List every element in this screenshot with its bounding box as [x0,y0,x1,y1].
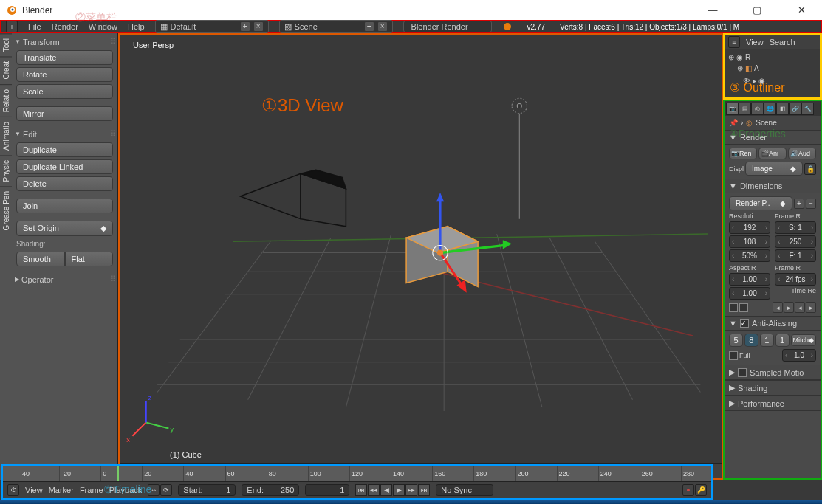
autokey-icon[interactable]: ● [682,484,694,496]
smooth-button[interactable]: Smooth [16,252,65,266]
add-scene-button[interactable]: + [364,21,374,32]
display-mode-dropdown[interactable]: Image◆ [745,162,803,176]
aa-filter-dropdown[interactable]: Mitch◆ [791,334,817,346]
menu-render[interactable]: Render [52,22,78,31]
border-check[interactable] [729,303,738,312]
set-origin-dropdown[interactable]: Set Origin◆ [16,221,113,236]
aa-11[interactable]: 1 [760,334,774,347]
tl-menu-frame[interactable]: Frame [80,486,103,494]
render-engine-selector[interactable]: Blender Render [403,21,492,32]
remove-preset-button[interactable]: − [806,199,816,209]
menu-help[interactable]: Help [128,22,145,31]
outliner-menu-search[interactable]: Search [770,38,795,46]
current-frame-field[interactable]: 1 [305,484,349,496]
outliner-editor-icon[interactable]: ≡ [728,36,740,48]
render-audio-button[interactable]: 🔊Aud [788,148,816,159]
res-pct-field[interactable]: 50% [729,249,770,262]
render-button[interactable]: 📷Ren [729,148,757,159]
ptab-layers[interactable]: ▤ [739,103,751,115]
ptab-modifiers[interactable]: 🔧 [801,103,814,115]
start-frame-field[interactable]: Start:1 [178,484,236,496]
render-anim-button[interactable]: 🎬Ani [758,148,787,159]
full-sample-check[interactable] [729,351,738,360]
keying-icon[interactable]: 🔑 [695,484,707,496]
frame-start-field[interactable]: S: 1 [775,221,816,234]
pin-icon[interactable]: 📌 [729,119,738,127]
frame-end-field[interactable]: 250 [775,235,816,248]
add-preset-button[interactable]: + [794,199,804,209]
ptab-render[interactable]: 📷 [726,103,739,115]
join-button[interactable]: Join [16,199,113,213]
close-button[interactable]: ✕ [787,1,816,19]
operator-panel-header[interactable]: ▶Operator⠿ [13,272,116,286]
performance-header[interactable]: ▶Performance [725,396,821,411]
res-y-field[interactable]: 108 [729,235,770,248]
tl-menu-view[interactable]: View [25,486,43,494]
vtab-grease[interactable]: Grease Pen [0,186,12,235]
scene-selector[interactable]: ▧ Scene + × [279,20,393,33]
tl-follow-icon[interactable]: ⟳ [160,484,172,496]
end-frame-field[interactable]: End:250 [242,484,299,496]
timeline-ruler[interactable]: -40-200204060801001201401601802002202402… [3,466,711,482]
frame-step-field[interactable]: F: 1 [775,249,816,262]
duplicate-linked-button[interactable]: Duplicate Linked [16,159,113,174]
keyframe-next-button[interactable]: ▸▸ [405,484,417,496]
jump-end-button[interactable]: ⏭ [418,484,430,496]
outliner-menu-view[interactable]: View [746,38,764,46]
viewport-canvas[interactable]: y x z User Persp ①3D View (1) Cube [120,35,722,463]
vtab-create[interactable]: Creat [0,56,12,83]
dimensions-section-header[interactable]: ▼Dimensions [725,179,821,193]
sync-mode-dropdown[interactable]: No Sync [436,484,493,496]
vtab-relations[interactable]: Relatio [0,84,12,117]
rotate-button[interactable]: Rotate [16,67,113,82]
menu-file[interactable]: File [28,22,41,31]
remove-scene-button[interactable]: × [377,21,388,32]
aa-5[interactable]: 5 [729,334,743,347]
vtab-physics[interactable]: Physic [0,155,12,186]
aa-section-header[interactable]: ▼Anti-Aliasing [725,316,821,331]
vtab-animation[interactable]: Animatio [0,117,12,155]
ptab-object[interactable]: ◧ [776,103,789,115]
delete-button[interactable]: Delete [16,176,113,191]
transform-panel-header[interactable]: ▼Transform⠿ [13,35,116,49]
add-layout-button[interactable]: + [240,21,250,32]
aspect-x-field[interactable]: 1.00 [729,273,770,286]
flat-button[interactable]: Flat [65,252,114,266]
sampled-motion-toggle[interactable] [738,368,747,377]
editor-type-icon[interactable]: i [6,21,18,32]
aa-16[interactable]: 1 [775,334,790,347]
time-remap-arrows[interactable]: ◂▸◂▸ [773,302,816,313]
shading-header[interactable]: ▶Shading [725,380,821,396]
sampled-motion-header[interactable]: ▶Sampled Motio [725,365,821,380]
res-x-field[interactable]: 192 [729,221,770,234]
mirror-button[interactable]: Mirror [16,106,113,121]
tl-menu-marker[interactable]: Marker [49,486,74,494]
crop-check[interactable] [739,303,748,312]
translate-button[interactable]: Translate [16,50,113,65]
aa-toggle[interactable] [740,319,749,328]
duplicate-button[interactable]: Duplicate [16,142,113,157]
layout-selector[interactable]: ▦ Default + × [155,20,269,33]
scale-button[interactable]: Scale [16,84,113,99]
aspect-y-field[interactable]: 1.00 [729,287,770,300]
play-reverse-button[interactable]: ◀ [380,484,392,496]
fps-field[interactable]: 24 fps [775,273,816,286]
minimize-button[interactable]: — [698,1,727,19]
keyframe-prev-button[interactable]: ◂◂ [368,484,380,496]
scene-crumb[interactable]: Scene [756,119,776,127]
aa-8[interactable]: 8 [744,334,758,347]
timeline-cursor[interactable] [117,466,119,481]
maximize-button[interactable]: ▢ [742,1,772,19]
ptab-world[interactable]: 🌐 [764,103,776,115]
render-preset-dropdown[interactable]: Render P..◆ [729,196,792,210]
lock-icon[interactable]: 🔒 [804,163,816,175]
remove-layout-button[interactable]: × [253,21,264,32]
aa-size-field[interactable]: 1.0 [782,349,816,362]
timeline-editor-icon[interactable]: ⏱ [7,484,19,496]
edit-panel-header[interactable]: ▼Edit⠿ [13,127,116,141]
ptab-constraints[interactable]: 🔗 [789,103,801,115]
ptab-scene[interactable]: ◎ [751,103,764,115]
play-button[interactable]: ▶ [393,484,405,496]
vtab-tool[interactable]: Tool [0,33,12,56]
jump-start-button[interactable]: ⏮ [355,484,367,496]
